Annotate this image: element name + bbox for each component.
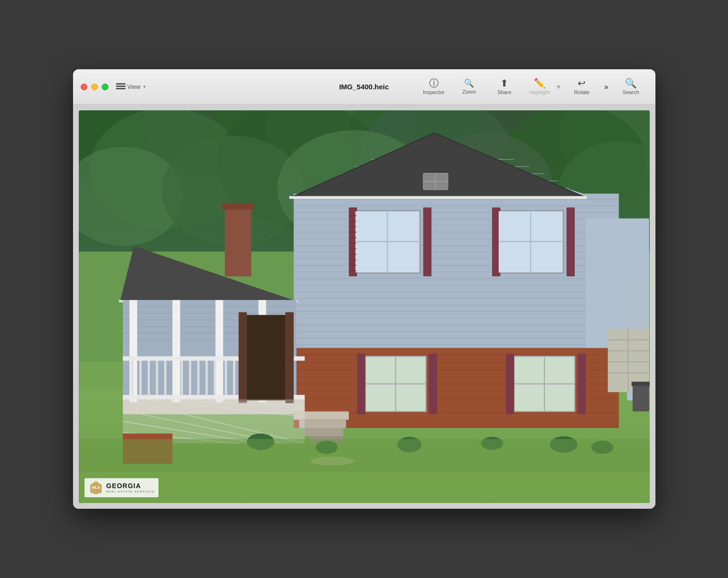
rotate-icon: ↩ [578,78,586,88]
svg-rect-129 [197,361,200,395]
svg-rect-118 [215,300,223,402]
traffic-lights [81,84,108,90]
inspector-icon: ⓘ [429,78,439,88]
view-chevron-icon: ▾ [143,84,146,89]
zoom-icon: 🔍 [464,79,474,87]
rotate-button[interactable]: ↩ Rotate [565,75,599,98]
svg-rect-117 [172,300,180,402]
svg-rect-132 [224,361,227,395]
svg-rect-116 [129,300,137,402]
svg-rect-78 [566,207,574,276]
svg-rect-165 [631,382,649,386]
image-content: MLS GEORGIA REAL ESTATE SERVICES [73,105,655,509]
toolbar: ⓘ Inspector 🔍 Zoom ⬆ Share ✏️ Highlight [417,75,648,98]
svg-rect-127 [180,361,183,395]
brand-tagline: REAL ESTATE SERVICES [106,490,155,493]
sidebar-icon [116,83,126,91]
view-label: View [127,83,141,90]
window-title: IMG_5400.heic [339,83,389,91]
svg-rect-114 [222,203,254,210]
svg-rect-123 [139,361,141,395]
svg-rect-164 [633,384,649,412]
more-icon: » [604,83,609,91]
minimize-button[interactable] [91,84,98,90]
svg-rect-125 [156,361,158,395]
highlight-icon: ✏️ [534,78,546,88]
georgia-mls-logo: MLS [88,480,104,495]
svg-rect-142 [238,312,246,403]
svg-text:MLS: MLS [92,485,100,490]
svg-rect-95 [357,353,365,414]
close-button[interactable] [81,84,87,90]
svg-rect-131 [213,361,216,395]
svg-rect-133 [233,361,235,395]
svg-rect-101 [577,353,585,414]
zoom-button[interactable]: 🔍 Zoom [453,76,486,97]
search-button[interactable]: 🔍 Search [614,75,648,98]
brand-name: GEORGIA [106,482,155,490]
share-icon: ⬆ [500,78,508,88]
inspector-button[interactable]: ⓘ Inspector [417,75,451,98]
svg-rect-145 [299,420,346,428]
svg-rect-143 [285,312,293,403]
svg-rect-126 [164,361,166,395]
titlebar: View ▾ IMG_5400.heic ⓘ Inspector 🔍 Zoom … [73,69,655,105]
svg-rect-96 [429,353,437,414]
view-button[interactable]: View ▾ [116,83,146,91]
svg-rect-128 [189,361,191,395]
photo-frame: MLS GEORGIA REAL ESTATE SERVICES [79,110,650,503]
highlight-button[interactable]: ✏️ Highlight [523,75,557,98]
svg-rect-130 [205,361,208,395]
house-image [79,110,650,503]
svg-rect-61 [423,207,431,276]
svg-rect-141 [244,315,285,400]
svg-rect-122 [131,361,133,395]
highlight-chevron-icon[interactable]: ▾ [554,79,563,94]
svg-rect-124 [148,361,150,395]
watermark: MLS GEORGIA REAL ESTATE SERVICES [84,478,158,497]
search-icon: 🔍 [625,78,637,88]
svg-rect-174 [79,472,650,503]
svg-rect-146 [305,428,343,436]
maximize-button[interactable] [102,84,108,90]
app-window: View ▾ IMG_5400.heic ⓘ Inspector 🔍 Zoom … [73,69,655,509]
more-button[interactable]: » [601,80,612,94]
share-button[interactable]: ⬆ Share [488,75,521,98]
svg-rect-113 [224,204,251,276]
svg-rect-100 [506,353,514,414]
